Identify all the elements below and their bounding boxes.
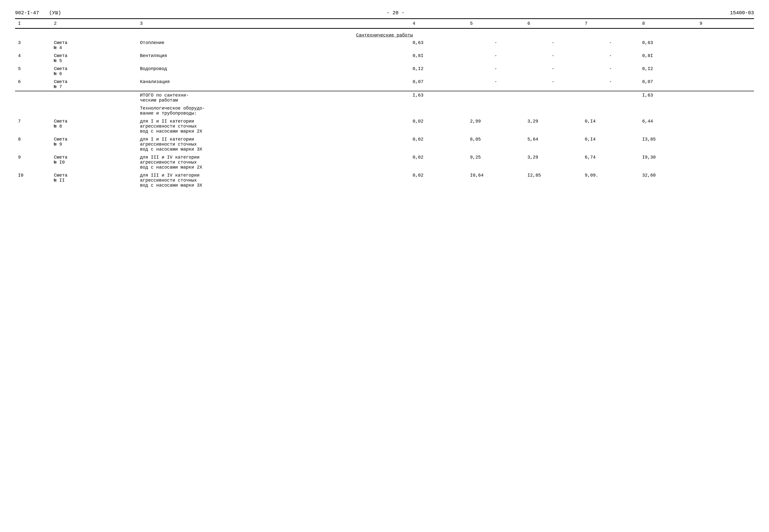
smeta-ref: Смета№ 5	[51, 52, 137, 65]
val-col4: 0,8I	[410, 52, 467, 65]
column-headers: I 2 3 4 5 6 7 8 9	[15, 19, 754, 29]
row-desc: Вентиляция	[137, 52, 410, 65]
val-col4: 0,02	[410, 117, 467, 135]
row-num: 3	[15, 39, 51, 52]
table-row: 5 Смета№ 6 Водопровод 0,I2 - - - 0,I2	[15, 65, 754, 78]
itogo-col5	[467, 91, 524, 104]
val-col6: I2,85	[524, 171, 582, 189]
val-col8: I3,85	[639, 135, 697, 153]
row-desc: Водопровод	[137, 65, 410, 78]
val-col5: -	[467, 65, 524, 78]
val-col7: -	[582, 52, 639, 65]
doc-right: 15400-03	[730, 10, 754, 16]
row-desc: для III и IV категорииагрессивности сточ…	[137, 153, 410, 171]
val-col7: -	[582, 78, 639, 91]
section-title-row: Сантехнические работы	[15, 29, 754, 39]
val-col9	[697, 135, 754, 153]
val-col8: 32,60	[639, 171, 697, 189]
smeta-ref: Смета№ 4	[51, 39, 137, 52]
col-header-6: 6	[524, 19, 582, 29]
row-num: 4	[15, 52, 51, 65]
row-num: I0	[15, 171, 51, 189]
val-col8: 0,I2	[639, 65, 697, 78]
val-col5: 8,05	[467, 135, 524, 153]
col-header-9: 9	[697, 19, 754, 29]
itogo-col9	[697, 91, 754, 104]
table-row row-divider: 6 Смета№ 7 Канализация 0,07 - - - 0,07	[15, 78, 754, 91]
col-header-3: 3	[137, 19, 410, 29]
val-col4: 0,07	[410, 78, 467, 91]
val-col5: 2,99	[467, 117, 524, 135]
row-num: 7	[15, 117, 51, 135]
val-col8: 0,63	[639, 39, 697, 52]
val-col8: 0,8I	[639, 52, 697, 65]
val-col6: 3,29	[524, 153, 582, 171]
itogo-col4: I,63	[410, 91, 467, 104]
val-col4: 0,02	[410, 153, 467, 171]
smeta-ref: Смета№ 6	[51, 65, 137, 78]
col-header-8: 8	[639, 19, 697, 29]
val-col8: 0,07	[639, 78, 697, 91]
row-desc: Отопление	[137, 39, 410, 52]
val-col6: -	[524, 65, 582, 78]
smeta-ref: Смета№ 8	[51, 117, 137, 135]
val-col7: 6,74	[582, 153, 639, 171]
itogo-num	[15, 91, 51, 104]
val-col5: -	[467, 78, 524, 91]
row-desc: для III и IV категорииагрессивности сточ…	[137, 171, 410, 189]
doc-subtitle: (УШ)	[49, 10, 61, 16]
page-center: - 20 -	[387, 10, 405, 16]
val-col7: 9,09.	[582, 171, 639, 189]
col-header-7: 7	[582, 19, 639, 29]
val-col6: 5,64	[524, 135, 582, 153]
itogo-desc: ИТОГО по сантехни-ческим работам	[137, 91, 410, 104]
val-col4: 0,02	[410, 135, 467, 153]
val-col9	[697, 52, 754, 65]
row-desc: Канализация	[137, 78, 410, 91]
row-num: 5	[15, 65, 51, 78]
val-col9	[697, 171, 754, 189]
table-row: I0 Смета№ II для III и IV категорииагрес…	[15, 171, 754, 189]
val-col7: -	[582, 65, 639, 78]
val-col5: -	[467, 39, 524, 52]
row-num: 8	[15, 135, 51, 153]
smeta-ref: Смета№ I0	[51, 153, 137, 171]
val-col6: -	[524, 52, 582, 65]
val-col9	[697, 78, 754, 91]
val-col5: -	[467, 52, 524, 65]
val-col9	[697, 153, 754, 171]
row-desc: для I и II категорииагрессивности сточны…	[137, 135, 410, 153]
val-col5: 9,25	[467, 153, 524, 171]
table-row: 7 Смета№ 8 для I и II категорииагрессивн…	[15, 117, 754, 135]
smeta-ref: Смета№ 9	[51, 135, 137, 153]
itogo-col6	[524, 91, 582, 104]
row-desc: для I и II категорииагрессивности сточны…	[137, 117, 410, 135]
section-title: Сантехнические работы	[15, 29, 754, 39]
col-header-1: I	[15, 19, 51, 29]
val-col5: I0,64	[467, 171, 524, 189]
val-col7: -	[582, 39, 639, 52]
tech-section-header: Технологическое оборудо-вание и трубопро…	[15, 104, 754, 117]
table-row: 3 Смета№ 4 Отопление 0,63 - - - 0,63	[15, 39, 754, 52]
val-col9	[697, 39, 754, 52]
tech-section-title: Технологическое оборудо-вание и трубопро…	[137, 104, 410, 117]
table-row: 9 Смета№ I0 для III и IV категорииагресс…	[15, 153, 754, 171]
smeta-ref: Смета№ 7	[51, 78, 137, 91]
itogo-col7	[582, 91, 639, 104]
table-row: 4 Смета№ 5 Вентиляция 0,8I - - - 0,8I	[15, 52, 754, 65]
row-num: 9	[15, 153, 51, 171]
val-col4: 0,I2	[410, 65, 467, 78]
itogo-row: ИТОГО по сантехни-ческим работам I,63 I,…	[15, 91, 754, 104]
table-row: 8 Смета№ 9 для I и II категорииагрессивн…	[15, 135, 754, 153]
val-col6: 3,29	[524, 117, 582, 135]
itogo-col8: I,63	[639, 91, 697, 104]
val-col6: -	[524, 78, 582, 91]
page-header: 902-I-47 (УШ) - 20 - 15400-03	[15, 10, 754, 16]
smeta-ref: Смета№ II	[51, 171, 137, 189]
val-col9	[697, 117, 754, 135]
val-col8: I9,30	[639, 153, 697, 171]
val-col7: 0,I4	[582, 117, 639, 135]
val-col9	[697, 65, 754, 78]
col-header-5: 5	[467, 19, 524, 29]
val-col4: 0,02	[410, 171, 467, 189]
